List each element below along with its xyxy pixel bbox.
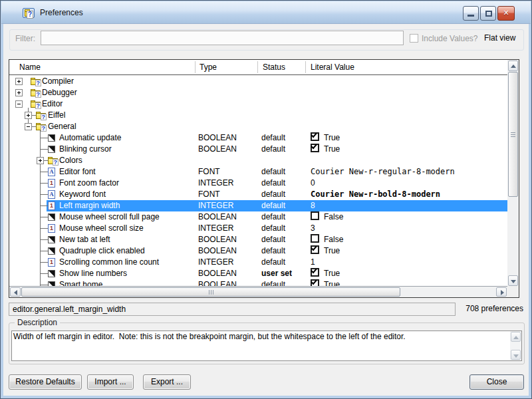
tree-row[interactable]: Blinking cursorBOOLEANdefaultTrue xyxy=(9,144,507,155)
description-box[interactable]: Width of left margin in editor. Note: th… xyxy=(11,331,522,361)
scrollbar-corner xyxy=(507,286,519,297)
value-checkbox[interactable] xyxy=(311,234,319,243)
scroll-up-button[interactable] xyxy=(511,332,521,342)
export-button[interactable]: Export ... xyxy=(143,374,191,390)
plus-glyph xyxy=(19,80,19,83)
include-values-checkbox[interactable] xyxy=(410,34,418,43)
maximize-button[interactable] xyxy=(480,6,496,21)
row-label: Quadruple click enabled xyxy=(59,245,145,257)
type-cell: FONT xyxy=(198,189,220,200)
close-window-button[interactable]: ✕ xyxy=(497,6,515,21)
expand-toggle[interactable] xyxy=(25,123,32,130)
tree-row[interactable]: 1Left margin widthINTEGERdefault8 xyxy=(9,200,507,211)
type-cell: BOOLEAN xyxy=(198,132,237,144)
tree-dash xyxy=(40,228,48,229)
tree-row[interactable]: Show line numbersBOOLEANuser setTrue xyxy=(9,268,507,279)
column-header-status[interactable]: Status xyxy=(263,63,285,72)
status-cell: default xyxy=(261,211,285,223)
folder-icon: ? xyxy=(31,89,41,96)
question-mark: ? xyxy=(35,102,42,109)
value-text: 3 xyxy=(311,223,315,234)
integer-icon: 1 xyxy=(48,201,55,210)
tree-row[interactable]: ?Debugger xyxy=(9,87,507,98)
expand-toggle[interactable] xyxy=(15,89,23,96)
expand-toggle[interactable] xyxy=(25,112,32,119)
value-text: True xyxy=(324,144,340,155)
scroll-down-button[interactable] xyxy=(508,275,518,286)
value-cell: True xyxy=(311,144,319,152)
arrow-down-icon xyxy=(511,280,516,283)
tree-row[interactable]: Mouse wheel scroll full pageBOOLEANdefau… xyxy=(9,211,507,223)
description-scrollbar[interactable] xyxy=(510,331,521,360)
tree-row[interactable]: 1Scrolling common line countINTEGERdefau… xyxy=(9,257,507,268)
scroll-up-button[interactable] xyxy=(508,61,518,71)
column-separator[interactable] xyxy=(257,61,258,73)
question-mark: ? xyxy=(41,125,47,132)
tree-row[interactable]: 1Font zoom factorINTEGERdefault0 xyxy=(9,178,507,189)
row-label: Font zoom factor xyxy=(59,178,119,189)
vertical-scrollbar[interactable] xyxy=(507,60,519,287)
tree-dash xyxy=(40,251,48,251)
import-button[interactable]: Import ... xyxy=(87,374,134,390)
minus-glyph xyxy=(27,126,30,127)
preferences-window: ? Preferences ✕ Filter: Include Values? … xyxy=(0,0,532,399)
tree-row[interactable]: ?Eiffel xyxy=(9,110,507,121)
tree-row[interactable]: AEditor fontFONTdefaultCourier New-r-reg… xyxy=(9,166,507,178)
column-header-literal-value[interactable]: Literal Value xyxy=(311,63,354,72)
boolean-icon xyxy=(48,213,55,221)
title-bar[interactable]: ? Preferences ✕ xyxy=(1,1,531,24)
column-header-type[interactable]: Type xyxy=(200,63,217,72)
integer-icon: 1 xyxy=(48,179,55,188)
column-separator[interactable] xyxy=(195,61,196,73)
expand-toggle[interactable] xyxy=(37,157,44,164)
scroll-down-button[interactable] xyxy=(511,350,521,360)
type-cell: BOOLEAN xyxy=(198,234,237,245)
tree-row[interactable]: Automatic updateBOOLEANdefaultTrue xyxy=(9,132,507,144)
close-button[interactable]: Close xyxy=(469,374,524,390)
scroll-left-button[interactable] xyxy=(10,287,21,297)
value-text: Courier New-r-bold-8-modern xyxy=(311,189,440,200)
vertical-scroll-thumb[interactable] xyxy=(508,72,518,197)
boolean-icon xyxy=(48,236,55,243)
value-text: False xyxy=(324,211,343,223)
tree-row[interactable]: ?Editor xyxy=(9,98,507,110)
flat-view-button[interactable]: Flat view xyxy=(484,33,515,43)
value-checkbox[interactable] xyxy=(311,268,319,277)
value-checkbox[interactable] xyxy=(311,245,319,254)
tree-row[interactable]: ?Compiler xyxy=(9,76,507,87)
restore-defaults-button[interactable]: Restore Defaults xyxy=(9,374,82,390)
value-cell: False xyxy=(311,211,319,220)
expand-toggle[interactable] xyxy=(15,78,23,85)
tree-row[interactable]: New tab at leftBOOLEANdefaultFalse xyxy=(9,234,507,245)
filter-label: Filter: xyxy=(15,34,35,43)
type-cell: BOOLEAN xyxy=(198,268,237,279)
expand-toggle[interactable] xyxy=(15,100,23,108)
tree-dash xyxy=(40,239,48,240)
plus-glyph xyxy=(19,91,19,94)
tree-dash xyxy=(40,217,48,217)
horizontal-scroll-thumb[interactable] xyxy=(21,287,400,297)
type-cell: INTEGER xyxy=(198,223,233,234)
column-separator[interactable] xyxy=(305,61,306,73)
row-label: Mouse wheel scroll size xyxy=(59,223,144,234)
horizontal-scrollbar[interactable] xyxy=(9,286,507,297)
value-checkbox[interactable] xyxy=(311,211,319,220)
scroll-right-button[interactable] xyxy=(496,287,507,297)
column-header-name[interactable]: Name xyxy=(19,63,41,72)
close-icon: ✕ xyxy=(498,9,514,17)
tree-row[interactable]: 1Mouse wheel scroll sizeINTEGERdefault3 xyxy=(9,223,507,234)
filter-input[interactable] xyxy=(41,31,404,45)
tree-row[interactable]: AKeyword fontFONTdefaultCourier New-r-bo… xyxy=(9,189,507,200)
status-cell: default xyxy=(261,245,285,257)
type-cell: FONT xyxy=(198,166,220,178)
row-label: Editor xyxy=(42,98,63,110)
type-cell: BOOLEAN xyxy=(198,245,237,257)
tree-row[interactable]: ?General xyxy=(9,121,507,132)
type-cell: INTEGER xyxy=(198,178,233,189)
minimize-button[interactable] xyxy=(463,6,479,21)
tree-row[interactable]: ?Colors xyxy=(9,155,507,166)
tree-row[interactable]: Quadruple click enabledBOOLEANdefaultTru… xyxy=(9,245,507,257)
value-checkbox[interactable] xyxy=(311,144,319,152)
value-checkbox[interactable] xyxy=(311,132,319,141)
status-cell: default xyxy=(261,257,285,268)
